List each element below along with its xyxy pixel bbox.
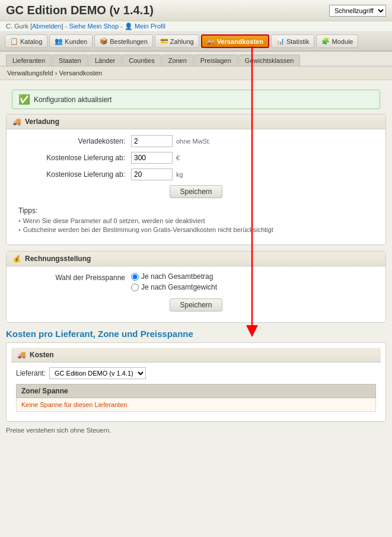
verladekosten-input[interactable]	[131, 135, 173, 147]
nav-kunden-label: Kunden	[65, 38, 87, 45]
nav-toolbar: 📋 Katalog 👥 Kunden 📦 Bestellungen 💳 Zahl…	[0, 32, 392, 52]
nav-module[interactable]: 🧩 Module	[316, 34, 358, 48]
statistik-icon: 📊	[276, 37, 285, 45]
radio-gesamtbetrag-row: Je nach Gesamtbetrag	[131, 272, 217, 281]
breadcrumb-current: Versandkosten	[59, 69, 102, 77]
preisspanne-options: Je nach Gesamtbetrag Je nach Gesamtgewic…	[131, 272, 217, 294]
tab-lieferanten[interactable]: Lieferanten	[6, 55, 52, 66]
lieferung-kg-unit: kg	[176, 171, 183, 178]
nav-bestellungen-label: Bestellungen	[110, 38, 148, 45]
rechnungsstellung-body: Wahl der Preisspanne Je nach Gesamtbetra…	[7, 266, 385, 322]
user-name: C. Gurk	[6, 23, 28, 30]
verladung-body: Verladekosten: ohne MwSt. Kostenlose Lie…	[7, 129, 385, 244]
kosten-section-title: Kosten pro Lieferant, Zone und Preisspan…	[6, 329, 386, 339]
lieferung-euro-input[interactable]	[131, 152, 173, 164]
verladung-header: 🚚 Verladung	[7, 115, 385, 129]
checkmark-icon: ✅	[18, 94, 30, 105]
tab-zonen[interactable]: Zonen	[162, 55, 193, 66]
success-text: Konfiguration aktualisiert	[34, 96, 111, 104]
lieferung-kg-input[interactable]	[131, 169, 173, 180]
nav-statistik[interactable]: 📊 Statistik	[271, 34, 315, 48]
breadcrumb: Verwaltungsfeld › Versandkosten	[0, 66, 392, 80]
success-message: ✅ Konfiguration aktualisiert	[12, 90, 380, 109]
zahlung-icon: 💳	[160, 37, 168, 45]
nav-versandkosten-label: Versandkosten	[217, 38, 263, 45]
verladekosten-unit: ohne MwSt.	[176, 138, 211, 145]
verladekosten-row: Verladekosten: ohne MwSt.	[12, 135, 380, 147]
rechnungsstellung-section: 💰 Rechnungsstellung Wahl der Preisspanne…	[6, 251, 386, 323]
rechnungsstellung-header: 💰 Rechnungsstellung	[7, 252, 385, 266]
lieferung-euro-row: Kostenlose Lieferung ab: €	[12, 152, 380, 164]
radio-gesamtbetrag-label: Je nach Gesamtbetrag	[141, 272, 213, 281]
tip-2: Gutscheine werden bei der Bestimmung von…	[18, 226, 374, 233]
module-icon: 🧩	[321, 37, 330, 45]
lieferant-select[interactable]: GC Edition DEMO (v 1.4.1)	[49, 367, 146, 379]
rechnungsstellung-icon: 💰	[12, 255, 21, 263]
kosten-body: Lieferant: GC Edition DEMO (v 1.4.1) Zon…	[11, 363, 381, 417]
preisspanne-label: Wahl der Preisspanne	[12, 272, 131, 282]
zone-empty-message: Keine Spanne für diesen Lieferanten	[16, 398, 376, 412]
nav-versandkosten[interactable]: 🚚 Versandkosten	[201, 34, 269, 48]
verladung-title: Verladung	[25, 117, 59, 126]
katalog-icon: 📋	[10, 37, 18, 45]
tab-counties[interactable]: Counties	[122, 55, 161, 66]
nav-katalog-label: Katalog	[20, 38, 42, 45]
sub-header: C. Gurk [Abmelden] - Siehe Mein Shop - 👤…	[0, 21, 392, 32]
nav-statistik-label: Statistik	[286, 38, 310, 45]
logout-link[interactable]: Abmelden	[32, 23, 62, 30]
zone-table-header: Zone/ Spanne	[16, 384, 376, 398]
tab-nav: Lieferanten Staaten Länder Counties Zone…	[0, 52, 392, 66]
rechnungsstellung-title: Rechnungsstellung	[25, 255, 91, 263]
nav-katalog[interactable]: 📋 Katalog	[5, 34, 47, 48]
lieferant-label: Lieferant:	[16, 369, 46, 377]
kosten-section: Kosten pro Lieferant, Zone und Preisspan…	[6, 329, 386, 434]
lieferung-euro-unit: €	[176, 154, 180, 161]
verladekosten-label: Verladekosten:	[12, 137, 131, 145]
lieferung-euro-label: Kostenlose Lieferung ab:	[12, 154, 131, 162]
nav-bestellungen[interactable]: 📦 Bestellungen	[94, 34, 153, 48]
kosten-sub-title: Kosten	[30, 351, 54, 359]
radio-gesamtgewicht-row: Je nach Gesamtgewicht	[131, 283, 217, 291]
versandkosten-icon: 🚚	[207, 37, 215, 45]
radio-gesamtgewicht[interactable]	[131, 284, 139, 291]
preisspanne-row: Wahl der Preisspanne Je nach Gesamtbetra…	[12, 272, 380, 294]
app-title: GC Edition DEMO (v 1.4.1)	[6, 4, 154, 17]
lieferung-kg-row: Kostenlose Lieferung ab: kg	[12, 169, 380, 180]
profile-link[interactable]: Mein Profil	[135, 23, 165, 30]
shop-link[interactable]: Siehe Mein Shop	[69, 23, 119, 30]
breadcrumb-parent: Verwaltungsfeld	[7, 69, 53, 77]
lieferung-kg-label: Kostenlose Lieferung ab:	[12, 170, 131, 179]
radio-gesamtgewicht-label: Je nach Gesamtgewicht	[141, 283, 217, 291]
bestellungen-icon: 📦	[100, 37, 108, 45]
tab-gewichtsklassen[interactable]: Gewichtsklassen	[238, 55, 301, 66]
tab-staaten[interactable]: Staaten	[52, 55, 88, 66]
tip-1: Wenn Sie diese Parameter auf 0 setzen, w…	[18, 217, 374, 224]
quick-access-select[interactable]: Schnellzugriff	[329, 5, 386, 17]
tab-preislagen[interactable]: Preislagen	[194, 55, 238, 66]
top-header: GC Edition DEMO (v 1.4.1) Schnellzugriff	[0, 0, 392, 21]
verladung-save-button[interactable]: Speichern	[170, 185, 222, 198]
radio-gesamtbetrag[interactable]	[131, 273, 139, 281]
tab-laender[interactable]: Länder	[88, 55, 122, 66]
kosten-header: 🚚 Kosten	[11, 348, 381, 363]
rechnungsstellung-save-button[interactable]: Speichern	[170, 298, 222, 312]
nav-kunden[interactable]: 👥 Kunden	[49, 34, 93, 48]
kosten-box: 🚚 Kosten Lieferant: GC Edition DEMO (v 1…	[6, 342, 386, 422]
nav-zahlung[interactable]: 💳 Zahlung	[155, 34, 199, 48]
verladung-icon: 🚚	[12, 117, 21, 126]
nav-module-label: Module	[332, 38, 353, 45]
tips-title: Tipps:	[18, 206, 374, 215]
tips-section: Tipps: Wenn Sie diese Parameter auf 0 se…	[12, 203, 380, 239]
verladung-section: 🚚 Verladung Verladekosten: ohne MwSt. Ko…	[6, 114, 386, 245]
main-content: ✅ Konfiguration aktualisiert 🚚 Verladung…	[0, 80, 392, 439]
preise-note: Preise verstehen sich ohne Steuern.	[6, 427, 386, 434]
nav-zahlung-label: Zahlung	[170, 38, 194, 45]
lieferant-row: Lieferant: GC Edition DEMO (v 1.4.1)	[16, 367, 376, 379]
kosten-icon: 🚚	[17, 351, 26, 359]
kunden-icon: 👥	[55, 37, 63, 45]
